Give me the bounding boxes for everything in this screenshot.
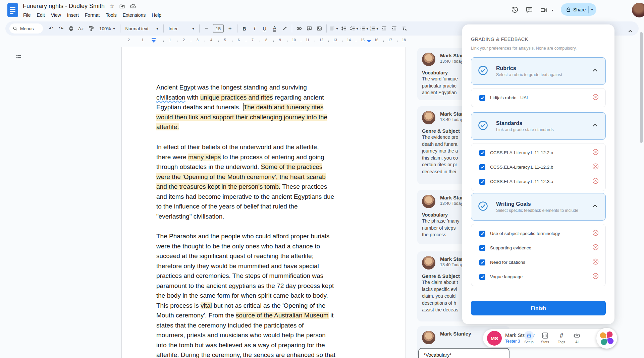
menu-help[interactable]: Help bbox=[149, 11, 164, 19]
bullet-list-button[interactable]: ▾ bbox=[359, 23, 369, 34]
remove-item-icon[interactable] bbox=[592, 149, 599, 157]
item-label: Need for citations bbox=[490, 260, 588, 265]
highlight-color-button[interactable] bbox=[280, 23, 289, 34]
tool-setup[interactable]: ⚙Setup bbox=[521, 331, 537, 344]
spellcheck-button[interactable]: A✓ bbox=[76, 23, 86, 34]
menu-extensions[interactable]: Extensions bbox=[120, 11, 149, 19]
insert-comment-button[interactable] bbox=[305, 23, 314, 34]
list-item-row[interactable]: Vague language bbox=[471, 270, 605, 284]
item-checkbox[interactable] bbox=[479, 274, 485, 280]
list-item-row[interactable]: Need for citations bbox=[471, 255, 605, 270]
user-avatar[interactable]: MS bbox=[487, 331, 502, 346]
ruler-number: 11 bbox=[306, 38, 310, 42]
star-icon[interactable]: ☆ bbox=[109, 3, 114, 10]
font-size-plus-button[interactable]: + bbox=[225, 23, 235, 34]
tool-stats[interactable]: Stats bbox=[537, 331, 553, 344]
font-size-input[interactable]: 15 bbox=[213, 24, 224, 33]
finish-button[interactable]: Finish bbox=[471, 301, 606, 315]
document-outline-icon[interactable] bbox=[14, 53, 23, 62]
numbered-list-button[interactable]: 123 ▾ bbox=[369, 23, 379, 34]
font-select-caret-icon: ▾ bbox=[193, 27, 194, 31]
increase-indent-button[interactable] bbox=[389, 23, 399, 34]
list-item-row[interactable]: CCSS.ELA-Literacy.L.11-12.3.a bbox=[471, 174, 605, 189]
paint-format-button[interactable] bbox=[87, 23, 96, 34]
user-role-link[interactable]: Tester 3 bbox=[505, 339, 520, 344]
remove-item-icon[interactable] bbox=[592, 244, 599, 252]
remove-item-icon[interactable] bbox=[592, 230, 599, 237]
comment-reply-input[interactable]: *Vocabulary* bbox=[418, 348, 509, 358]
list-item-row[interactable]: CCSS.ELA-Literacy.L.11-12.2.b bbox=[471, 160, 605, 174]
cloud-status-icon[interactable] bbox=[130, 3, 137, 10]
list-item-row[interactable]: Use of subject-specific terminology bbox=[471, 226, 605, 241]
item-checkbox[interactable] bbox=[479, 95, 485, 101]
vertical-scrollbar-thumb[interactable] bbox=[640, 32, 643, 143]
document-title[interactable]: Funerary rights - Dudley Smith bbox=[23, 3, 105, 10]
item-checkbox[interactable] bbox=[479, 164, 485, 170]
hide-menus-chevron-icon[interactable] bbox=[625, 26, 635, 36]
bold-button[interactable]: B bbox=[240, 23, 249, 34]
remove-item-icon[interactable] bbox=[592, 258, 599, 266]
list-item-row[interactable]: Lidija's rubric - UAL bbox=[471, 91, 605, 105]
font-select[interactable]: Inter▾ bbox=[166, 23, 197, 34]
decrease-indent-button[interactable] bbox=[379, 23, 389, 34]
insert-link-button[interactable] bbox=[294, 23, 304, 34]
ruler-number: 17 bbox=[388, 38, 392, 42]
move-folder-icon[interactable] bbox=[119, 3, 125, 9]
chevron-up-icon[interactable] bbox=[591, 122, 599, 130]
share-button[interactable]: Share ▾ bbox=[561, 3, 596, 16]
print-button[interactable] bbox=[66, 23, 76, 34]
comments-icon[interactable] bbox=[525, 5, 534, 15]
section-header-rubrics[interactable]: RubricsSelect a rubric to grade text aga… bbox=[471, 57, 606, 85]
font-size-minus-button[interactable]: − bbox=[202, 23, 211, 34]
menu-insert[interactable]: Insert bbox=[64, 11, 82, 19]
right-indent-marker[interactable] bbox=[367, 40, 371, 43]
align-button[interactable]: ▾ bbox=[329, 23, 338, 34]
meet-video-icon[interactable] bbox=[539, 5, 549, 15]
line-spacing-button[interactable] bbox=[339, 23, 348, 34]
item-checkbox[interactable] bbox=[479, 179, 485, 185]
styles-select[interactable]: Normal text▾ bbox=[123, 23, 161, 34]
zoom-select[interactable]: 100%▾ bbox=[97, 23, 118, 34]
underline-button[interactable]: U bbox=[260, 23, 269, 34]
remove-item-icon[interactable] bbox=[592, 163, 599, 171]
clear-formatting-button[interactable] bbox=[399, 23, 409, 34]
tool-tags[interactable]: #Tags bbox=[554, 331, 569, 344]
menu-view[interactable]: View bbox=[48, 11, 64, 19]
google-docs-icon[interactable] bbox=[7, 3, 18, 17]
version-history-icon[interactable] bbox=[510, 5, 520, 15]
chevron-up-icon[interactable] bbox=[591, 202, 599, 211]
menu-file[interactable]: File bbox=[20, 11, 34, 19]
item-checkbox[interactable] bbox=[479, 150, 485, 156]
section-header-standards[interactable]: StandardsLink and grade state standards bbox=[471, 112, 606, 140]
insert-image-button[interactable] bbox=[315, 23, 324, 34]
chevron-up-icon[interactable] bbox=[591, 67, 599, 75]
tool-ai[interactable]: AI bbox=[569, 331, 585, 344]
menus-search-input[interactable]: Menus bbox=[9, 23, 43, 34]
first-line-indent-marker[interactable] bbox=[152, 38, 156, 39]
list-item-row[interactable]: CCSS.ELA-Literacy.L.11-12.2.a bbox=[471, 145, 605, 160]
menu-edit[interactable]: Edit bbox=[34, 11, 48, 19]
text-run: The Pharaohs and the people who could af… bbox=[156, 233, 329, 240]
item-checkbox[interactable] bbox=[479, 231, 485, 237]
text-run: Egyptian deaths and funerals. bbox=[156, 104, 243, 111]
meet-dropdown-caret-icon[interactable]: ▾ bbox=[549, 5, 555, 15]
menu-format[interactable]: Format bbox=[82, 11, 103, 19]
remove-item-icon[interactable] bbox=[592, 178, 599, 185]
remove-item-icon[interactable] bbox=[592, 273, 599, 281]
left-indent-marker[interactable] bbox=[152, 40, 156, 43]
item-checkbox[interactable] bbox=[479, 259, 485, 265]
text-run: mourners, priests and musicians who woul… bbox=[156, 332, 326, 339]
section-header-writing-goals[interactable]: Writing GoalsSelect specific feedback el… bbox=[471, 193, 606, 221]
checklist-button[interactable]: ▾ bbox=[349, 23, 359, 34]
item-checkbox[interactable] bbox=[479, 245, 485, 251]
undo-button[interactable]: ↶ bbox=[46, 23, 56, 34]
list-item-row[interactable]: Supporting evidence bbox=[471, 241, 605, 255]
redo-button[interactable]: ↷ bbox=[56, 23, 66, 34]
italic-button[interactable]: I bbox=[250, 23, 259, 34]
text-color-button[interactable]: A bbox=[270, 23, 279, 34]
menu-tools[interactable]: Tools bbox=[103, 11, 120, 19]
remove-item-icon[interactable] bbox=[592, 94, 599, 102]
account-avatar[interactable] bbox=[632, 3, 644, 17]
extension-logo-button[interactable] bbox=[596, 328, 617, 349]
share-dropdown-caret-icon[interactable]: ▾ bbox=[589, 7, 596, 12]
